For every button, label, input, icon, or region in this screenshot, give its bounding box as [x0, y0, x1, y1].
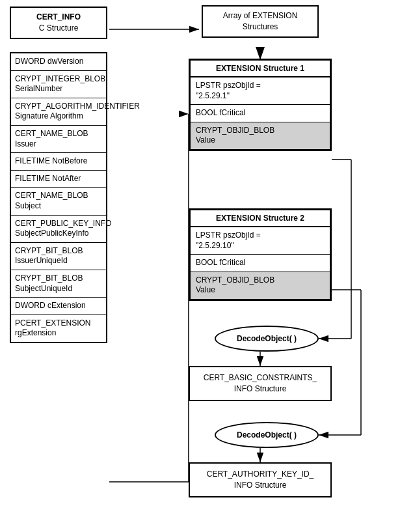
field-crypt-integer-blob: CRYPT_INTEGER_BLOBSerialNumber — [11, 71, 106, 98]
field-cert-name-issuer: CERT_NAME_BLOB Issuer — [11, 126, 106, 153]
field-dword-dwversion: DWORD dwVersion — [11, 53, 106, 71]
field-filetime-notbefore: FILETIME NotBefore — [11, 153, 106, 171]
ext1-field3: CRYPT_OBJID_BLOBValue — [191, 122, 330, 149]
ext2-field2: BOOL fCritical — [191, 255, 330, 272]
ext2-outer: EXTENSION Structure 2 LPSTR pszObjId ="2… — [189, 208, 332, 301]
cert-basic-box: CERT_BASIC_CONSTRAINTS_ INFO Structure — [189, 366, 332, 401]
array-ext-box: Array of EXTENSION Structures — [202, 5, 319, 38]
field-crypt-bit-issuer: CRYPT_BIT_BLOB IssuerUniqueId — [11, 243, 106, 270]
cert-auth-line2: INFO Structure — [193, 480, 328, 491]
field-dword-cextension: DWORD cExtension — [11, 298, 106, 315]
ext2-field1: LPSTR pszObjId ="2.5.29.10" — [191, 227, 330, 255]
field-cert-public-key: CERT_PUBLIC_KEY_INFOSubjectPublicKeyInfo — [11, 216, 106, 243]
ext1-outer: EXTENSION Structure 1 LPSTR pszObjId ="2… — [189, 59, 332, 151]
field-crypt-algorithm: CRYPT_ALGORITHM_IDENTIFIERSignature Algo… — [11, 98, 106, 126]
array-ext-line2: Structures — [206, 21, 315, 33]
field-pcert-extension: PCERT_EXTENSION rgExtension — [11, 315, 106, 342]
decode-oval-1: DecodeObject( ) — [215, 326, 319, 352]
decode-oval-2: DecodeObject( ) — [215, 422, 319, 448]
ext2-field3: CRYPT_OBJID_BLOBValue — [191, 272, 330, 299]
field-filetime-notafter: FILETIME NotAfter — [11, 171, 106, 188]
cert-auth-line1: CERT_AUTHORITY_KEY_ID_ — [193, 469, 328, 480]
decode2-label: DecodeObject( ) — [237, 430, 297, 440]
cert-info-title: CERT_INFO — [14, 12, 103, 23]
ext1-field2: BOOL fCritical — [191, 105, 330, 122]
array-ext-line1: Array of EXTENSION — [206, 10, 315, 21]
ext1-header: EXTENSION Structure 1 — [191, 61, 330, 77]
cert-basic-line2: INFO Structure — [193, 384, 328, 395]
cert-basic-line1: CERT_BASIC_CONSTRAINTS_ — [193, 372, 328, 384]
field-crypt-bit-subject: CRYPT_BIT_BLOBSubjectUniqueId — [11, 270, 106, 298]
ext1-field1: LPSTR pszObjId ="2.5.29.1" — [191, 77, 330, 105]
cert-info-box: CERT_INFO C Structure — [10, 7, 107, 39]
left-fields: DWORD dwVersion CRYPT_INTEGER_BLOBSerial… — [10, 52, 107, 343]
cert-info-subtitle: C Structure — [14, 23, 103, 34]
decode1-label: DecodeObject( ) — [237, 334, 297, 343]
field-cert-name-subject: CERT_NAME_BLOB Subject — [11, 188, 106, 215]
cert-auth-box: CERT_AUTHORITY_KEY_ID_ INFO Structure — [189, 462, 332, 497]
ext2-header: EXTENSION Structure 2 — [191, 210, 330, 227]
diagram-container: CERT_INFO C Structure Array of EXTENSION… — [0, 0, 400, 532]
